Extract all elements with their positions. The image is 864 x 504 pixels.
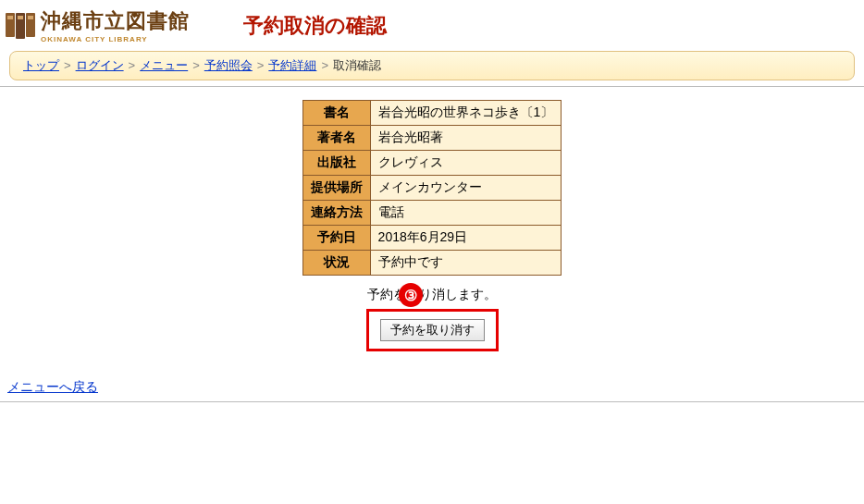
- value-location: メインカウンター: [370, 176, 562, 201]
- breadcrumb-login[interactable]: ログイン: [76, 58, 124, 72]
- label-status: 状況: [302, 251, 370, 276]
- table-row: 連絡方法 電話: [302, 201, 562, 226]
- breadcrumb-top[interactable]: トップ: [23, 58, 59, 72]
- label-date: 予約日: [302, 226, 370, 251]
- breadcrumb-sep: >: [192, 58, 200, 72]
- page-title: 予約取消の確認: [243, 12, 387, 40]
- books-icon: [6, 13, 35, 39]
- breadcrumb-current: 取消確認: [333, 58, 381, 72]
- label-title: 書名: [302, 101, 370, 126]
- divider: [0, 86, 864, 87]
- breadcrumb: トップ>ログイン>メニュー>予約照会>予約詳細>取消確認: [9, 51, 855, 80]
- table-row: 状況 予約中です: [302, 251, 562, 276]
- value-publisher: クレヴィス: [370, 151, 562, 176]
- bottom-divider: [0, 401, 864, 402]
- value-status: 予約中です: [370, 251, 562, 276]
- label-location: 提供場所: [302, 176, 370, 201]
- confirm-area: ③ 予約を取り消します。 予約を取り消す: [0, 287, 864, 351]
- header: 沖縄市立図書館 OKINAWA CITY LIBRARY 予約取消の確認: [0, 0, 864, 51]
- table-row: 書名 岩合光昭の世界ネコ歩き〔1〕: [302, 101, 562, 126]
- value-contact: 電話: [370, 201, 562, 226]
- table-row: 予約日 2018年6月29日: [302, 226, 562, 251]
- step-badge: ③: [399, 283, 423, 307]
- cancel-reservation-button[interactable]: 予約を取り消す: [380, 319, 485, 341]
- value-title: 岩合光昭の世界ネコ歩き〔1〕: [370, 101, 562, 126]
- confirm-text: 予約を取り消します。: [0, 287, 864, 303]
- table-row: 出版社 クレヴィス: [302, 151, 562, 176]
- breadcrumb-reserve-list[interactable]: 予約照会: [204, 58, 253, 72]
- button-highlight-box: 予約を取り消す: [366, 309, 499, 351]
- detail-table: 書名 岩合光昭の世界ネコ歩き〔1〕 著者名 岩合光昭著 出版社 クレヴィス 提供…: [302, 100, 562, 276]
- breadcrumb-sep: >: [321, 58, 328, 72]
- value-date: 2018年6月29日: [370, 226, 562, 251]
- breadcrumb-sep: >: [129, 58, 136, 72]
- logo-main-text: 沖縄市立図書館: [41, 7, 190, 35]
- label-publisher: 出版社: [302, 151, 370, 176]
- label-author: 著者名: [302, 126, 370, 151]
- breadcrumb-sep: >: [257, 58, 265, 72]
- value-author: 岩合光昭著: [370, 126, 562, 151]
- breadcrumb-reserve-detail[interactable]: 予約詳細: [268, 58, 316, 72]
- table-row: 提供場所 メインカウンター: [302, 176, 562, 201]
- logo-sub-text: OKINAWA CITY LIBRARY: [41, 35, 190, 43]
- breadcrumb-menu[interactable]: メニュー: [140, 58, 188, 72]
- site-logo: 沖縄市立図書館 OKINAWA CITY LIBRARY: [6, 7, 190, 43]
- label-contact: 連絡方法: [302, 201, 370, 226]
- table-row: 著者名 岩合光昭著: [302, 126, 562, 151]
- breadcrumb-sep: >: [64, 58, 71, 72]
- back-to-menu-link[interactable]: メニューへ戻る: [7, 379, 864, 396]
